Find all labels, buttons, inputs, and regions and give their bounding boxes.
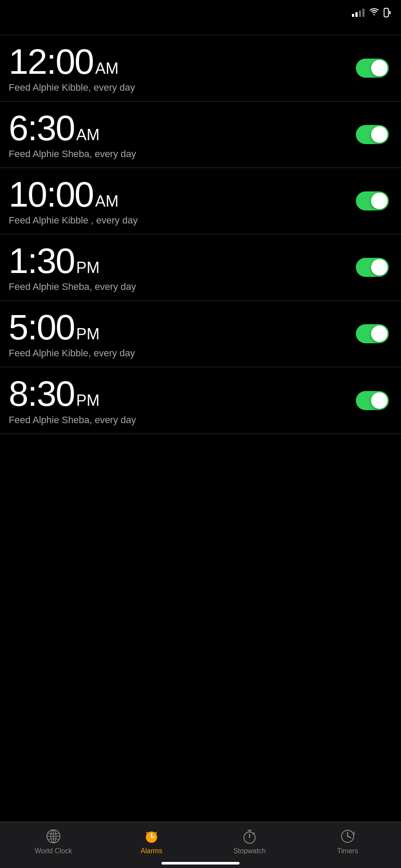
alarm-list: 12:00 AM Feed Alphie Kibble, every day 6… (0, 35, 401, 486)
alarm-toggle[interactable] (356, 59, 389, 78)
wifi-icon (369, 8, 379, 18)
svg-line-17 (348, 836, 351, 838)
alarm-item[interactable]: 6:30 AM Feed Alphie Sheba, every day (0, 102, 401, 168)
battery-icon (384, 8, 389, 17)
tab-world-clock-label: World Clock (35, 847, 72, 855)
alarm-time-main: 10:00 (9, 176, 93, 213)
alarm-time-period: PM (76, 326, 100, 342)
home-indicator (161, 862, 240, 865)
tab-stopwatch[interactable]: Stopwatch (200, 828, 299, 855)
alarms-icon (143, 828, 160, 845)
alarm-label: Feed Alphie Kibble, every day (9, 348, 349, 359)
alarm-item[interactable]: 12:00 AM Feed Alphie Kibble, every day (0, 35, 401, 102)
alarm-label: Feed Alphie Kibble, every day (9, 82, 349, 93)
status-icons (352, 8, 389, 18)
nav-bar (0, 23, 401, 35)
alarm-item[interactable]: 10:00 AM Feed Alphie Kibble , every day (0, 168, 401, 234)
alarm-info: 10:00 AM Feed Alphie Kibble , every day (9, 176, 349, 226)
alarm-toggle[interactable] (356, 391, 389, 410)
alarm-time-period: AM (95, 60, 118, 77)
alarm-toggle[interactable] (356, 324, 389, 343)
stopwatch-icon (241, 828, 258, 845)
alarm-info: 5:00 PM Feed Alphie Kibble, every day (9, 309, 349, 359)
alarm-time: 5:00 PM (9, 309, 349, 346)
alarm-info: 12:00 AM Feed Alphie Kibble, every day (9, 43, 349, 93)
toggle-knob (371, 126, 388, 143)
alarm-time-main: 6:30 (9, 109, 75, 147)
alarm-label: Feed Alphie Sheba, every day (9, 414, 349, 426)
alarm-time-period: PM (76, 392, 100, 409)
alarm-info: 6:30 AM Feed Alphie Sheba, every day (9, 109, 349, 160)
alarm-time-period: PM (76, 260, 100, 276)
status-bar (0, 0, 401, 23)
alarm-toggle[interactable] (356, 258, 389, 277)
alarm-label: Feed Alphie Kibble , every day (9, 215, 349, 226)
alarm-time: 6:30 AM (9, 109, 349, 147)
toggle-knob (371, 326, 388, 342)
alarm-item[interactable]: 8:30 PM Feed Alphie Sheba, every day (0, 367, 401, 434)
alarm-info: 1:30 PM Feed Alphie Sheba, every day (9, 242, 349, 293)
tab-alarms[interactable]: Alarms (102, 828, 200, 855)
tab-world-clock[interactable]: World Clock (4, 828, 102, 855)
alarm-label: Feed Alphie Sheba, every day (9, 281, 349, 293)
alarm-label: Feed Alphie Sheba, every day (9, 148, 349, 160)
timers-icon (339, 828, 356, 845)
tab-bar: World Clock Alarms Stopwatch Tim (0, 822, 401, 868)
alarm-time: 8:30 PM (9, 375, 349, 412)
alarm-time-period: AM (95, 193, 118, 210)
alarm-item[interactable]: 1:30 PM Feed Alphie Sheba, every day (0, 234, 401, 301)
alarm-info: 8:30 PM Feed Alphie Sheba, every day (9, 375, 349, 425)
alarm-time: 10:00 AM (9, 176, 349, 213)
tab-timers-label: Timers (337, 847, 358, 855)
alarm-item[interactable]: 5:00 PM Feed Alphie Kibble, every day (0, 301, 401, 367)
tab-timers[interactable]: Timers (299, 828, 397, 855)
toggle-knob (371, 193, 388, 209)
alarm-time-main: 12:00 (9, 43, 93, 80)
toggle-knob (371, 259, 388, 276)
alarm-time-main: 5:00 (9, 309, 75, 346)
alarm-time-main: 8:30 (9, 375, 75, 412)
toggle-knob (371, 60, 388, 76)
tab-stopwatch-label: Stopwatch (233, 847, 266, 855)
toggle-knob (371, 392, 388, 409)
alarm-time: 12:00 AM (9, 43, 349, 80)
world-clock-icon (45, 828, 62, 845)
alarm-time-period: AM (76, 127, 100, 143)
alarm-toggle[interactable] (356, 125, 389, 144)
alarm-toggle[interactable] (356, 191, 389, 210)
tab-alarms-label: Alarms (141, 847, 162, 855)
alarm-time: 1:30 PM (9, 242, 349, 279)
alarm-time-main: 1:30 (9, 242, 75, 279)
signal-icon (352, 9, 365, 17)
